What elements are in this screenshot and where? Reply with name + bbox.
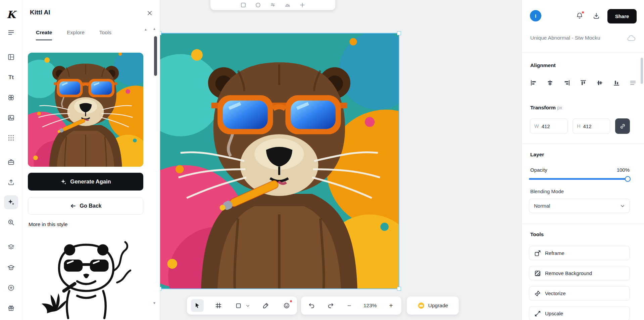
canvas-area[interactable]: − 123% + Upgrade: [160, 0, 522, 320]
main-menu-button[interactable]: [4, 25, 18, 40]
blending-mode-dropdown[interactable]: Normal: [529, 199, 630, 213]
text-icon: Tt: [8, 74, 14, 81]
selected-image-frame[interactable]: [160, 33, 399, 289]
panel-scrollbar-thumb[interactable]: [641, 58, 643, 84]
redo-button[interactable]: [325, 299, 336, 312]
panel-title: Kittl AI: [30, 9, 50, 16]
align-left-icon[interactable]: [530, 79, 537, 87]
style-suggestion-thumbnail[interactable]: [37, 235, 135, 319]
sidebar-item-ai-search[interactable]: [4, 215, 18, 229]
panel-tabs: Create Explore Tools: [36, 30, 111, 40]
context-toolbar-partial[interactable]: [210, 0, 335, 10]
partial-toolbar-icon-3: [270, 2, 276, 8]
undo-button[interactable]: [306, 299, 317, 312]
opacity-slider[interactable]: [529, 178, 630, 180]
frame-tool-button[interactable]: [212, 299, 225, 312]
width-field[interactable]: W: [530, 118, 568, 134]
vectorize-icon: [534, 290, 541, 297]
sidebar-item-photos[interactable]: [4, 111, 18, 125]
tools-section-title: Tools: [530, 231, 544, 237]
select-tool-button[interactable]: [191, 299, 204, 312]
canvas-image[interactable]: [160, 34, 399, 288]
sidebar-item-kittl-ai[interactable]: [4, 195, 18, 209]
divider: [522, 224, 644, 224]
go-back-button[interactable]: Go Back: [28, 197, 143, 215]
chevron-down-icon: [620, 204, 625, 208]
lock-aspect-ratio-button[interactable]: [615, 118, 630, 134]
resize-handle-bottom-right[interactable]: [397, 287, 401, 291]
vectorize-label: Vectorize: [545, 290, 566, 296]
resize-handle-bottom-left[interactable]: [160, 287, 161, 291]
resize-handle-top-left[interactable]: [160, 31, 161, 35]
sidebar-item-uploads[interactable]: [4, 175, 18, 189]
align-top-icon[interactable]: [580, 79, 587, 87]
generate-again-button[interactable]: Generate Again: [28, 173, 143, 191]
resize-handle-top-right[interactable]: [397, 31, 401, 35]
upscale-button[interactable]: Upscale: [529, 306, 630, 320]
shape-tool-dropdown[interactable]: [244, 299, 251, 312]
tab-create[interactable]: Create: [36, 30, 52, 40]
kittl-logo[interactable]: K: [4, 7, 18, 21]
transform-unit: px: [557, 105, 562, 110]
tidy-align-icon[interactable]: [629, 79, 637, 87]
height-field[interactable]: H: [573, 118, 610, 134]
stickers-tool-button[interactable]: [280, 299, 293, 312]
sidebar-item-patterns[interactable]: [4, 131, 18, 145]
smiley-icon: [283, 302, 290, 309]
partial-toolbar-icon-4: [285, 2, 291, 8]
upscale-label: Upscale: [545, 311, 563, 316]
generated-image-thumbnail[interactable]: [28, 53, 143, 167]
tab-explore[interactable]: Explore: [67, 30, 85, 40]
reframe-label: Reframe: [545, 250, 564, 256]
sidebar-item-layers[interactable]: [4, 240, 18, 254]
align-center-vertical-icon[interactable]: [596, 79, 603, 87]
plus-circle-icon: [7, 284, 15, 291]
user-avatar[interactable]: I: [530, 10, 541, 21]
upgrade-button[interactable]: Upgrade: [407, 297, 459, 315]
layer-name[interactable]: Unique Abnormal - Stw Mocku: [530, 35, 624, 41]
share-button[interactable]: Share: [607, 9, 637, 23]
close-panel-button[interactable]: [145, 9, 154, 17]
scroll-down-arrow[interactable]: ▼: [153, 301, 156, 305]
sparkle-icon: [60, 178, 67, 185]
shape-tool-button[interactable]: [233, 299, 244, 312]
notifications-button[interactable]: [574, 10, 585, 21]
zoom-out-button[interactable]: −: [344, 299, 354, 312]
left-icon-rail: K Tt: [0, 0, 22, 320]
sidebar-item-elements[interactable]: [4, 91, 18, 105]
remove-background-button[interactable]: Remove Background: [529, 266, 630, 280]
height-input[interactable]: [583, 123, 600, 129]
opacity-value: 100%: [617, 167, 630, 173]
sidebar-item-text[interactable]: Tt: [4, 70, 18, 85]
align-right-icon[interactable]: [563, 79, 571, 87]
sidebar-item-projects[interactable]: [4, 155, 18, 169]
sidebar-item-create-new[interactable]: [4, 281, 18, 295]
width-input[interactable]: [542, 123, 559, 129]
download-button[interactable]: [591, 10, 602, 21]
photos-icon: [7, 114, 15, 121]
opacity-label: Opacity: [530, 167, 547, 173]
tab-tools[interactable]: Tools: [99, 30, 111, 40]
draw-tool-button[interactable]: [259, 299, 272, 312]
partial-toolbar-icon-2: [255, 2, 261, 8]
panel-scrollbar-thumb[interactable]: [154, 36, 157, 76]
opacity-slider-knob[interactable]: [625, 176, 631, 182]
cursor-icon: [194, 302, 201, 309]
scroll-up-arrow-secondary[interactable]: ▲: [144, 28, 147, 31]
canvas-tools-toolbar: [187, 297, 297, 315]
scroll-up-arrow[interactable]: ▲: [153, 27, 156, 31]
align-center-horizontal-icon[interactable]: [546, 79, 554, 87]
remove-background-icon: [534, 270, 541, 277]
zoom-in-button[interactable]: +: [386, 299, 396, 312]
elements-icon: [7, 94, 15, 101]
remove-background-label: Remove Background: [545, 270, 592, 276]
reframe-button[interactable]: Reframe: [529, 246, 630, 260]
vectorize-button[interactable]: Vectorize: [529, 286, 630, 301]
chevron-down-icon: [246, 304, 250, 308]
align-bottom-icon[interactable]: [613, 79, 620, 87]
sidebar-item-templates[interactable]: [4, 50, 18, 64]
sidebar-item-academy[interactable]: [4, 261, 18, 275]
divider: [522, 52, 644, 53]
sidebar-item-rewards[interactable]: [4, 301, 18, 315]
kittl-ai-panel: Kittl AI Create Explore Tools ▲ ▲ ▼ Gene…: [22, 0, 160, 320]
